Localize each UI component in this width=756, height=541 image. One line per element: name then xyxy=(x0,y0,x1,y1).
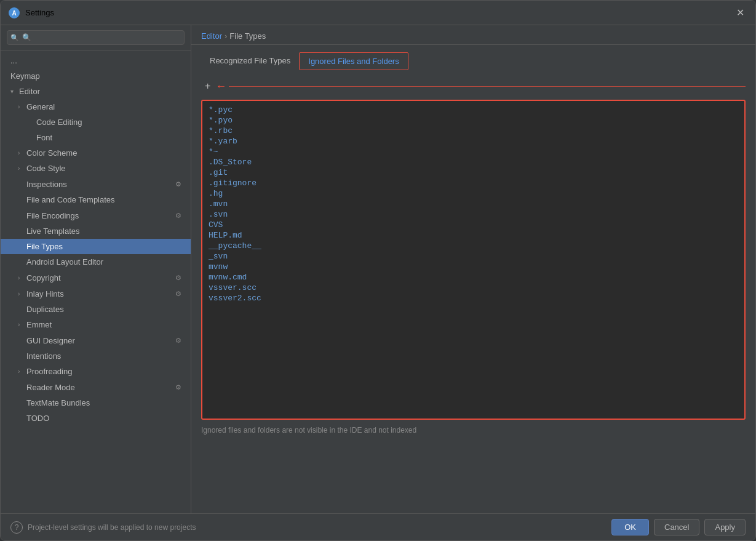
sidebar-item-textmate-bundles[interactable]: TextMate Bundles xyxy=(1,395,191,411)
sidebar-item-file-and-code-templates[interactable]: File and Code Templates xyxy=(1,192,191,207)
close-button[interactable]: ✕ xyxy=(733,6,748,20)
sidebar-item-copyright[interactable]: ›Copyright⚙ xyxy=(1,270,191,286)
settings-icon: ⚙ xyxy=(173,335,183,345)
sidebar-item-label: File and Code Templates xyxy=(26,195,115,204)
sidebar-item-label: GUI Designer xyxy=(26,336,75,345)
toolbar: + ← xyxy=(201,78,746,95)
settings-icon: ⚙ xyxy=(173,273,183,283)
sidebar-item-label: General xyxy=(26,102,55,111)
sidebar-item-label: Duplicates xyxy=(26,305,64,314)
sidebar-item-code-style[interactable]: ›Code Style xyxy=(1,161,191,176)
sidebar-item-label: File Encodings xyxy=(26,211,79,220)
tab-ignored[interactable]: Ignored Files and Folders xyxy=(299,52,408,70)
file-entry[interactable]: .hg xyxy=(207,188,739,199)
sidebar-item-font[interactable]: Font xyxy=(1,130,191,145)
file-entry[interactable]: .gitignore xyxy=(207,178,739,188)
file-entry[interactable]: vssver2.scc xyxy=(207,293,739,303)
file-entry[interactable]: *~ xyxy=(207,146,739,157)
chevron-icon: › xyxy=(18,321,24,328)
sidebar-item-label: Reader Mode xyxy=(26,383,75,392)
sidebar-item-file-encodings[interactable]: File Encodings⚙ xyxy=(1,207,191,223)
file-entry[interactable]: *.rbc xyxy=(207,126,739,136)
sidebar-item-label: ... xyxy=(10,56,17,65)
breadcrumb-current: File Types xyxy=(229,31,266,41)
svg-text:A: A xyxy=(12,10,16,17)
chevron-icon: › xyxy=(18,165,24,172)
sidebar-item-duplicates[interactable]: Duplicates xyxy=(1,302,191,317)
sidebar-item-color-scheme[interactable]: ›Color Scheme xyxy=(1,145,191,161)
help-button[interactable]: ? xyxy=(10,521,23,534)
breadcrumb-parent[interactable]: Editor xyxy=(201,31,222,41)
breadcrumb-bar: Editor › File Types xyxy=(191,25,755,45)
file-entry[interactable]: CVS xyxy=(207,220,739,230)
file-entry[interactable]: _svn xyxy=(207,251,739,262)
file-entry[interactable]: HELP.md xyxy=(207,230,739,241)
file-entry[interactable]: .svn xyxy=(207,209,739,220)
file-entry[interactable]: *.pyo xyxy=(207,115,739,126)
settings-dialog: A Settings ✕ 🔍 ...Keymap▾Editor›GeneralC… xyxy=(0,0,756,541)
sidebar-item-dots[interactable]: ... xyxy=(1,53,191,68)
sidebar-item-label: Code Style xyxy=(26,164,66,173)
arrow-icon: ← xyxy=(215,80,226,93)
sidebar-item-reader-mode[interactable]: Reader Mode⚙ xyxy=(1,379,191,395)
cancel-button[interactable]: Cancel xyxy=(654,519,699,535)
sidebar-item-intentions[interactable]: Intentions xyxy=(1,348,191,364)
breadcrumb-separator: › xyxy=(225,31,227,41)
search-input[interactable] xyxy=(7,30,185,45)
sidebar-item-file-types[interactable]: File Types xyxy=(1,239,191,254)
status-text: Ignored files and folders are not visibl… xyxy=(201,426,746,435)
app-icon: A xyxy=(8,7,20,19)
file-entry[interactable]: mvnw.cmd xyxy=(207,272,739,283)
sidebar-item-label: Copyright xyxy=(26,273,61,283)
sidebar-item-label: Keymap xyxy=(10,71,40,81)
file-entry[interactable]: .DS_Store xyxy=(207,157,739,167)
title-bar: A Settings ✕ xyxy=(1,1,755,25)
file-entry[interactable]: *.yarb xyxy=(207,136,739,146)
apply-button[interactable]: Apply xyxy=(704,519,746,535)
file-entry[interactable]: .mvn xyxy=(207,199,739,209)
sidebar-item-general[interactable]: ›General xyxy=(1,99,191,114)
sidebar-item-editor[interactable]: ▾Editor xyxy=(1,84,191,99)
sidebar-item-label: Code Editing xyxy=(36,118,82,127)
toolbar-line xyxy=(229,86,746,87)
sidebar-item-code-editing[interactable]: Code Editing xyxy=(1,114,191,130)
sidebar-item-emmet[interactable]: ›Emmet xyxy=(1,317,191,332)
chevron-icon: › xyxy=(18,368,24,375)
dialog-title: Settings xyxy=(25,8,54,17)
file-entry[interactable]: mvnw xyxy=(207,262,739,272)
bottom-info-text: Project-level settings will be applied t… xyxy=(28,523,196,532)
sidebar-item-label: File Types xyxy=(26,242,63,251)
sidebar-item-label: Color Scheme xyxy=(26,148,77,158)
tab-recognized[interactable]: Recognized File Types xyxy=(201,52,299,70)
file-entry[interactable]: .git xyxy=(207,167,739,178)
sidebar-item-live-templates[interactable]: Live Templates xyxy=(1,223,191,239)
search-box: 🔍 xyxy=(1,25,191,50)
panel-body: Recognized File TypesIgnored Files and F… xyxy=(191,45,755,513)
file-entry[interactable]: __pycache__ xyxy=(207,241,739,251)
add-button[interactable]: + xyxy=(201,79,214,94)
file-list-container[interactable]: *.pyc*.pyo*.rbc*.yarb*~.DS_Store.git.git… xyxy=(201,100,746,420)
sidebar-item-label: Proofreading xyxy=(26,367,72,376)
chevron-icon: › xyxy=(18,275,24,281)
sidebar-item-inlay-hints[interactable]: ›Inlay Hints⚙ xyxy=(1,286,191,302)
sidebar-item-gui-designer[interactable]: GUI Designer⚙ xyxy=(1,332,191,348)
main-content: 🔍 ...Keymap▾Editor›GeneralCode EditingFo… xyxy=(1,25,755,513)
sidebar-item-label: Font xyxy=(36,133,52,142)
chevron-icon: › xyxy=(18,150,24,156)
sidebar-item-android-layout-editor[interactable]: Android Layout Editor xyxy=(1,254,191,270)
sidebar-item-keymap[interactable]: Keymap xyxy=(1,68,191,84)
file-entry[interactable]: *.pyc xyxy=(207,105,739,115)
sidebar-item-label: Android Layout Editor xyxy=(26,257,103,266)
chevron-icon: › xyxy=(18,291,24,297)
sidebar-item-label: TextMate Bundles xyxy=(26,398,90,407)
sidebar-item-label: Intentions xyxy=(26,351,61,361)
chevron-icon: › xyxy=(18,103,24,110)
ok-button[interactable]: OK xyxy=(611,519,649,535)
sidebar-item-proofreading[interactable]: ›Proofreading xyxy=(1,364,191,379)
settings-icon: ⚙ xyxy=(173,382,183,392)
sidebar-item-todo[interactable]: TODO xyxy=(1,411,191,426)
sidebar-item-inspections[interactable]: Inspections⚙ xyxy=(1,176,191,192)
file-entry[interactable]: vssver.scc xyxy=(207,283,739,293)
sidebar-item-label: Inlay Hints xyxy=(26,289,64,299)
sidebar-list: ...Keymap▾Editor›GeneralCode EditingFont… xyxy=(1,50,191,513)
